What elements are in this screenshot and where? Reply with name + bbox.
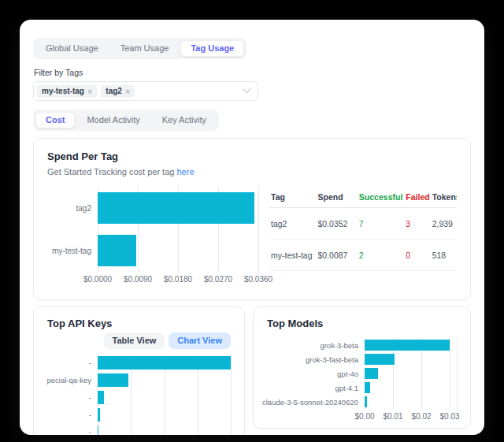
chevron-down-icon — [243, 88, 251, 94]
x-axis-tick-label: $0.03 — [439, 412, 459, 421]
table-row: tag2 $0.0352 7 3 2,939 — [269, 208, 457, 240]
x-axis-tick-label: $0.00 — [354, 412, 374, 421]
chart-gridline — [231, 354, 232, 435]
chart-bar-row — [98, 371, 231, 388]
table-view-button[interactable]: Table View — [104, 332, 165, 349]
chart-bar — [365, 368, 378, 379]
table-header-row: Tag Spend Successful Failed Tokens — [269, 187, 457, 208]
tab-tag-usage[interactable]: Tag Usage — [180, 40, 244, 57]
y-axis-category-label: my-test-tag — [47, 229, 98, 272]
col-header-spend: Spend — [317, 187, 358, 208]
col-header-successful: Successful — [358, 187, 405, 208]
y-axis-category-label: grok-3-fast-beta — [267, 352, 365, 366]
spend-card-title: Spend Per Tag — [47, 150, 457, 163]
cell-tokens: 518 — [431, 240, 457, 271]
chart-gridline — [258, 187, 259, 272]
tracking-docs-link[interactable]: here — [176, 167, 194, 176]
top-models-chart: grok-3-betagrok-3-fast-betagpt-4ogpt-4.1… — [267, 338, 457, 422]
spend-card-subtitle: Get Started Tracking cost per tag here — [47, 167, 457, 176]
top-models-title: Top Models — [267, 318, 457, 330]
y-axis-category-label: - — [47, 388, 98, 406]
cell-spend: $0.0352 — [317, 208, 358, 240]
remove-tag-icon[interactable]: × — [125, 87, 130, 96]
chart-gridline — [457, 338, 458, 409]
col-header-tag: Tag — [269, 187, 317, 208]
cell-tag: tag2 — [269, 208, 317, 240]
chart-bar — [365, 354, 395, 365]
y-axis-category-label: - — [47, 354, 98, 371]
chart-bar-row — [365, 366, 457, 381]
tag-filter-select[interactable]: my-test-tag × tag2 × — [33, 81, 258, 101]
cell-tag: my-test-tag — [269, 240, 317, 271]
subtitle-text: Get Started Tracking cost per tag — [47, 167, 174, 176]
x-axis-tick-label: $0.0270 — [204, 275, 232, 284]
chip-label: my-test-tag — [42, 87, 84, 96]
x-axis-tick-label: $0.01 — [383, 412, 402, 421]
metric-tab-bar: Cost Model Activity Key Activity — [33, 110, 219, 131]
y-axis-category-label: grok-3-beta — [267, 338, 365, 352]
chart-bar-row — [365, 338, 457, 352]
chart-bar-row — [365, 381, 457, 395]
chart-bar — [365, 396, 367, 407]
chart-bar — [98, 425, 98, 436]
x-axis-tick-label: $0.0000 — [83, 275, 112, 284]
selected-tag-chip: my-test-tag × — [37, 85, 97, 98]
chart-bar-row — [365, 395, 457, 409]
chart-bar-row — [98, 388, 231, 406]
spend-summary-table: Tag Spend Successful Failed Tokens tag2 … — [269, 187, 457, 284]
y-axis-category-label: - — [47, 423, 98, 435]
tab-team-usage[interactable]: Team Usage — [110, 40, 180, 57]
selected-tag-chip: tag2 × — [101, 85, 135, 98]
view-toggle: Table View Chart View — [104, 332, 232, 349]
chart-bar — [365, 382, 370, 393]
chart-bar-row — [98, 354, 231, 371]
remove-tag-icon[interactable]: × — [87, 87, 92, 96]
usage-tab-bar: Global Usage Team Usage Tag Usage — [33, 38, 246, 59]
spend-per-tag-card: Spend Per Tag Get Started Tracking cost … — [33, 138, 471, 300]
top-api-keys-chart: -pecial-qa-key--- — [47, 354, 231, 435]
chart-bar — [98, 192, 254, 224]
col-header-tokens: Tokens — [431, 187, 457, 208]
chart-view-button[interactable]: Chart View — [169, 332, 231, 349]
chart-bar — [98, 235, 136, 266]
cell-failed: 3 — [404, 208, 430, 240]
x-axis-tick-label: $0.0360 — [244, 275, 272, 284]
chart-bar — [98, 373, 128, 387]
chart-bar-row — [98, 187, 258, 229]
y-axis-category-label: gpt-4.1 — [267, 381, 365, 395]
cell-tokens: 2,939 — [431, 208, 457, 240]
x-axis-tick-label: $0.02 — [411, 412, 431, 421]
y-axis-category-label: tag2 — [47, 187, 98, 229]
y-axis-category-label: claude-3-5-sonnet-20240620 — [267, 395, 365, 409]
tab-global-usage[interactable]: Global Usage — [35, 40, 109, 57]
col-header-failed: Failed — [404, 187, 430, 208]
chart-bar-row — [98, 229, 258, 272]
cell-successful: 7 — [358, 208, 405, 240]
chart-bar — [98, 408, 100, 422]
chart-bar — [98, 356, 231, 370]
chip-label: tag2 — [106, 87, 122, 96]
cell-failed: 0 — [404, 240, 430, 271]
chart-bar-row — [98, 423, 231, 435]
chart-bar-row — [365, 352, 457, 366]
top-api-keys-card: Top API Keys Table View Chart View -peci… — [33, 306, 245, 435]
chart-bar — [365, 340, 450, 351]
y-axis-category-label: pecial-qa-key — [47, 371, 98, 388]
filter-by-tags-label: Filter by Tags — [34, 68, 471, 77]
y-axis-category-label: - — [47, 406, 98, 423]
chart-bar-row — [98, 406, 231, 423]
x-axis-tick-label: $0.0090 — [124, 275, 152, 284]
spend-per-tag-chart: tag2my-test-tag $0.0000$0.0090$0.0180$0.… — [47, 187, 258, 284]
cell-successful: 2 — [358, 240, 405, 271]
chart-bar — [98, 391, 104, 404]
tab-cost[interactable]: Cost — [35, 112, 75, 128]
table-row: my-test-tag $0.0087 2 0 518 — [269, 240, 457, 271]
tab-model-activity[interactable]: Model Activity — [76, 112, 150, 128]
x-axis-tick-label: $0.0180 — [164, 275, 192, 284]
top-api-keys-title: Top API Keys — [47, 318, 112, 330]
dashboard-window: Global Usage Team Usage Tag Usage Filter… — [20, 20, 484, 435]
y-axis-category-label: gpt-4o — [267, 366, 365, 381]
tab-key-activity[interactable]: Key Activity — [152, 112, 217, 128]
cell-spend: $0.0087 — [317, 240, 358, 271]
top-models-card: Top Models grok-3-betagrok-3-fast-betagp… — [253, 306, 471, 429]
